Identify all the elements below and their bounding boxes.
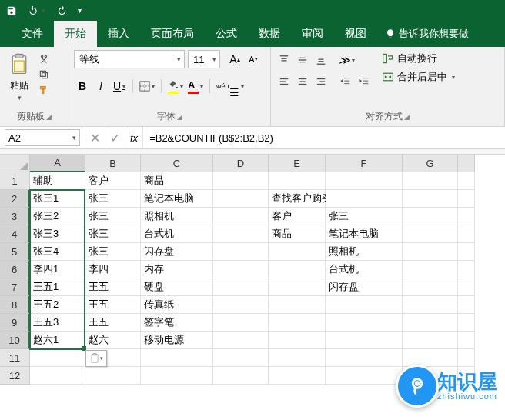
- cell[interactable]: 传真纸: [141, 296, 213, 314]
- cell[interactable]: 赵六: [85, 332, 141, 349]
- cell[interactable]: 张三: [326, 208, 403, 225]
- redo-icon[interactable]: [55, 5, 69, 16]
- decrease-indent-button[interactable]: [337, 73, 354, 90]
- row-header[interactable]: 12: [0, 367, 30, 385]
- cell[interactable]: [403, 261, 458, 278]
- paste-options-button[interactable]: ▾: [85, 350, 107, 367]
- cell[interactable]: 移动电源: [141, 332, 213, 349]
- align-bottom-button[interactable]: [313, 52, 329, 68]
- underline-button[interactable]: U▾: [111, 78, 128, 95]
- cell[interactable]: [326, 296, 403, 314]
- cell[interactable]: [30, 367, 85, 385]
- formula-input[interactable]: =B2&COUNTIF(B$2:B2,B2): [143, 132, 505, 144]
- cell[interactable]: 客户: [269, 208, 326, 225]
- tab-file[interactable]: 文件: [11, 21, 54, 47]
- copy-button[interactable]: [37, 68, 51, 81]
- cell[interactable]: [213, 243, 269, 261]
- cell[interactable]: [269, 172, 326, 190]
- qat-customize-icon[interactable]: ▾: [78, 6, 82, 15]
- cell[interactable]: 王五1: [30, 278, 85, 296]
- phonetic-button[interactable]: wén☰▾: [215, 78, 246, 95]
- col-header[interactable]: [458, 155, 475, 172]
- fx-icon[interactable]: fx: [125, 127, 143, 148]
- cell[interactable]: [141, 349, 213, 367]
- select-all-corner[interactable]: [0, 155, 30, 172]
- cell[interactable]: [269, 261, 326, 278]
- col-header[interactable]: E: [269, 155, 326, 172]
- cell[interactable]: [141, 367, 213, 385]
- cell[interactable]: 王五2: [30, 296, 85, 314]
- cell[interactable]: [458, 208, 475, 225]
- cut-button[interactable]: [37, 53, 51, 65]
- clipboard-launcher[interactable]: ◢: [46, 113, 52, 121]
- cell[interactable]: [85, 367, 141, 385]
- cell[interactable]: [458, 278, 475, 296]
- row-header[interactable]: 1: [0, 172, 30, 190]
- cell[interactable]: 张三: [85, 190, 141, 208]
- tab-review[interactable]: 审阅: [291, 21, 334, 47]
- paste-button[interactable]: 粘贴 ▾: [5, 50, 34, 103]
- cell[interactable]: [403, 243, 458, 261]
- cell[interactable]: 笔记本电脑: [141, 190, 213, 208]
- cell[interactable]: [213, 208, 269, 225]
- tab-data[interactable]: 数据: [248, 21, 291, 47]
- cell[interactable]: 张三1: [30, 190, 85, 208]
- cell[interactable]: 闪存盘: [326, 278, 403, 296]
- cell[interactable]: [458, 243, 475, 261]
- enter-formula-button[interactable]: ✓: [105, 127, 125, 148]
- save-icon[interactable]: [6, 5, 17, 16]
- cell[interactable]: [213, 332, 269, 349]
- align-middle-button[interactable]: [294, 52, 311, 68]
- row-header[interactable]: 7: [0, 278, 30, 296]
- cell[interactable]: [326, 190, 403, 208]
- cell[interactable]: [403, 225, 458, 243]
- cell[interactable]: 客户: [85, 172, 141, 190]
- cell[interactable]: [213, 314, 269, 332]
- cell[interactable]: [403, 208, 458, 225]
- cell[interactable]: [213, 190, 269, 208]
- col-header[interactable]: C: [141, 155, 213, 172]
- align-launcher[interactable]: ◢: [404, 113, 410, 121]
- cell[interactable]: [326, 367, 403, 385]
- cell[interactable]: 内存: [141, 261, 213, 278]
- cell[interactable]: 台式机: [141, 225, 213, 243]
- font-size-select[interactable]: 11▾: [188, 50, 220, 68]
- cell[interactable]: [213, 225, 269, 243]
- cell[interactable]: [213, 172, 269, 190]
- col-header[interactable]: D: [213, 155, 269, 172]
- cell[interactable]: 赵六1: [30, 332, 85, 349]
- cell[interactable]: [458, 225, 475, 243]
- cell[interactable]: 硬盘: [141, 278, 213, 296]
- cell[interactable]: [213, 349, 269, 367]
- cell[interactable]: [326, 349, 403, 367]
- cell[interactable]: [213, 367, 269, 385]
- cell[interactable]: [269, 278, 326, 296]
- name-box[interactable]: A2▾: [5, 129, 80, 146]
- cell[interactable]: [269, 349, 326, 367]
- cell[interactable]: 闪存盘: [141, 243, 213, 261]
- row-header[interactable]: 11: [0, 349, 30, 367]
- cell[interactable]: [403, 190, 458, 208]
- row-header[interactable]: 3: [0, 208, 30, 225]
- cell[interactable]: 张三: [85, 225, 141, 243]
- cell[interactable]: 照相机: [326, 243, 403, 261]
- cell[interactable]: 台式机: [326, 261, 403, 278]
- cell[interactable]: [403, 296, 458, 314]
- cell[interactable]: 张三: [85, 243, 141, 261]
- cell[interactable]: 商品: [269, 225, 326, 243]
- cell[interactable]: [269, 314, 326, 332]
- cell[interactable]: 商品: [141, 172, 213, 190]
- cell[interactable]: [326, 172, 403, 190]
- shrink-font-button[interactable]: A▾: [245, 51, 262, 68]
- grow-font-button[interactable]: A▴: [226, 51, 243, 68]
- cell[interactable]: 王五: [85, 278, 141, 296]
- font-color-button[interactable]: A▾: [186, 78, 205, 95]
- cell[interactable]: [269, 367, 326, 385]
- row-header[interactable]: 8: [0, 296, 30, 314]
- undo-icon[interactable]: ▾: [26, 5, 45, 16]
- cell[interactable]: [326, 332, 403, 349]
- cell[interactable]: 李四1: [30, 261, 85, 278]
- cell[interactable]: [458, 332, 475, 349]
- format-painter-button[interactable]: [37, 84, 51, 96]
- cell[interactable]: 张三4: [30, 243, 85, 261]
